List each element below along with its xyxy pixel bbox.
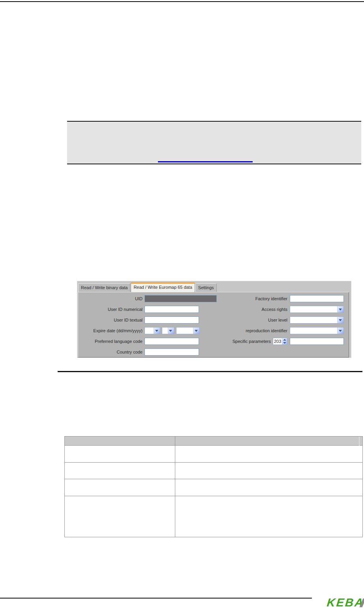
user-id-numerical-label: User ID numerical — [79, 306, 143, 313]
table-cell — [65, 463, 175, 479]
table-row — [65, 479, 362, 496]
header-divider — [359, 437, 360, 446]
specific-parameters-spinner[interactable]: 203 — [273, 338, 287, 345]
tab-bar: Read / Write binary data Read / Write Eu… — [78, 283, 217, 292]
expire-year-combobox[interactable] — [176, 327, 200, 334]
reproduction-identifier-combobox[interactable] — [290, 327, 344, 334]
hyperlink-underline[interactable] — [158, 161, 253, 162]
euromap-form-screenshot: Read / Write binary data Read / Write Eu… — [77, 281, 351, 358]
chevron-down-icon[interactable] — [154, 328, 160, 334]
uid-label: UID — [79, 295, 143, 302]
table-cell — [65, 446, 175, 462]
factory-identifier-label: Factory identifier — [220, 295, 287, 302]
keba-logo-text: KEBA — [326, 597, 364, 608]
reproduction-identifier-label: reproduction identifier — [220, 327, 287, 334]
footer-rule — [0, 598, 312, 599]
table-header-cell — [175, 437, 362, 445]
user-id-textual-input[interactable] — [144, 316, 199, 324]
table-cell — [65, 496, 175, 537]
user-id-numerical-input[interactable] — [144, 306, 199, 313]
user-id-textual-label: User ID textual — [79, 316, 143, 324]
chevron-down-icon[interactable] — [337, 328, 343, 334]
country-code-label: Country code — [79, 348, 143, 356]
access-rights-combobox[interactable] — [290, 306, 344, 313]
expire-month-combobox[interactable] — [162, 327, 174, 334]
table-header-row — [65, 437, 362, 446]
table-cell — [65, 479, 175, 496]
section-divider-rule — [58, 371, 362, 372]
data-table — [64, 436, 363, 537]
tab-settings[interactable]: Settings — [195, 283, 217, 292]
table-cell — [175, 446, 362, 462]
chevron-down-icon[interactable] — [168, 328, 174, 334]
expire-date-label: Expire date (dd/mm/yyyy) — [79, 327, 143, 334]
chevron-down-icon[interactable] — [337, 306, 343, 312]
access-rights-label: Access rights — [220, 306, 287, 313]
table-row — [65, 463, 362, 479]
spinner-value: 203 — [274, 339, 281, 344]
uid-field — [144, 295, 217, 302]
table-cell — [175, 496, 362, 537]
table-header-cell — [65, 437, 175, 445]
preferred-language-code-input[interactable] — [144, 338, 199, 345]
preferred-language-code-label: Preferred language code — [79, 338, 143, 345]
specific-parameters-label: Specific parameters — [203, 338, 271, 345]
tab-read-write-euromap-65-data[interactable]: Read / Write Euromap 65 data — [131, 282, 195, 292]
chevron-down-icon[interactable] — [337, 317, 343, 323]
table-row — [65, 496, 362, 537]
expire-day-combobox[interactable] — [144, 327, 160, 334]
country-code-input[interactable] — [144, 348, 199, 356]
chevron-down-icon[interactable] — [193, 328, 199, 334]
tab-read-write-binary-data[interactable]: Read / Write binary data — [78, 283, 130, 292]
specific-parameters-input[interactable] — [290, 338, 344, 345]
page-top-rule — [0, 1, 364, 2]
table-cell — [175, 463, 362, 479]
table-cell — [175, 479, 362, 496]
keba-logo: KEBA — [312, 597, 364, 608]
table-row — [65, 446, 362, 463]
user-level-combobox[interactable] — [290, 316, 344, 324]
user-level-label: User level — [220, 316, 287, 324]
note-box — [67, 121, 361, 164]
factory-identifier-input[interactable] — [290, 295, 344, 302]
spinner-arrows-icon[interactable] — [282, 338, 287, 344]
